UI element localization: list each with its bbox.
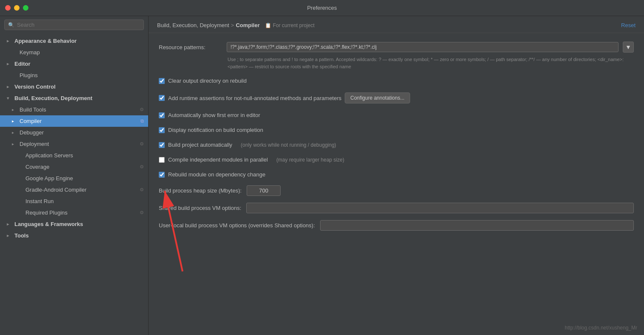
search-box[interactable]: 🔍	[4, 20, 144, 30]
main-layout: 🔍 ▸ Appearance & Behavior Keymap ▸ Edito…	[0, 16, 644, 335]
sidebar-item-label: Editor	[14, 61, 144, 67]
expand-arrow-tools: ▸	[7, 233, 13, 238]
watermark: http://blog.csdn.net/xusheng_Mr	[565, 325, 637, 331]
expand-arrow-languages: ▸	[7, 222, 13, 226]
breadcrumb: Build, Execution, Deployment > Compiler …	[157, 22, 315, 28]
compile-parallel-checkbox[interactable]	[159, 157, 165, 163]
sidebar-item-required-plugins[interactable]: Required Plugins ⚙	[0, 207, 148, 218]
resource-patterns-hint: Use ; to separate patterns and ! to nega…	[159, 56, 634, 70]
runtime-assertions-checkbox[interactable]	[159, 95, 165, 101]
sidebar-item-coverage[interactable]: Coverage ⚙	[0, 161, 148, 173]
expand-arrow-build-tools: ▸	[12, 107, 18, 112]
search-input[interactable]	[17, 22, 140, 28]
checkbox-show-error: Automatically show first error in editor	[159, 111, 634, 119]
display-notification-label[interactable]: Display notification on build completion	[168, 127, 263, 133]
sidebar-item-label: Required Plugins	[25, 209, 140, 216]
sidebar: 🔍 ▸ Appearance & Behavior Keymap ▸ Edito…	[0, 16, 149, 335]
clear-output-checkbox[interactable]	[159, 78, 165, 84]
window-controls	[5, 5, 28, 11]
project-note: 📋 For current project	[265, 22, 315, 28]
sidebar-item-deployment[interactable]: ▸ Deployment ⚙	[0, 138, 148, 150]
sidebar-item-label: Debugger	[20, 129, 144, 136]
sidebar-item-version-control[interactable]: ▸ Version Control	[0, 81, 148, 92]
sidebar-item-compiler[interactable]: ▸ Compiler ⧉	[0, 115, 148, 127]
breadcrumb-section: Build, Execution, Deployment	[157, 22, 229, 28]
compile-parallel-label[interactable]: Compile independent modules in parallel	[168, 156, 268, 163]
heap-size-row: Build process heap size (Mbytes):	[159, 185, 634, 196]
copy-icon: ⧉	[141, 118, 144, 124]
runtime-assertions-label[interactable]: Add runtime assertions for not-null-anno…	[168, 95, 341, 101]
rebuild-dependency-label[interactable]: Rebuild module on dependency change	[168, 171, 265, 178]
expand-arrow-build: ▾	[7, 96, 13, 100]
sidebar-item-plugins[interactable]: Plugins	[0, 70, 148, 81]
configure-annotations-button[interactable]: Configure annotations...	[345, 92, 410, 103]
content-body: Resource patterns: ▼ Use ; to separate p…	[149, 33, 644, 239]
checkbox-build-auto: Build project automatically (only works …	[159, 141, 634, 149]
sidebar-nav: ▸ Appearance & Behavior Keymap ▸ Editor …	[0, 34, 148, 335]
settings-icon-deployment: ⚙	[140, 141, 144, 147]
build-auto-checkbox[interactable]	[159, 142, 165, 148]
sidebar-item-gradle-android[interactable]: Gradle-Android Compiler ⚙	[0, 184, 148, 195]
sidebar-item-build-tools[interactable]: ▸ Build Tools ⚙	[0, 104, 148, 115]
sidebar-item-label: Build Tools	[20, 106, 140, 113]
sidebar-item-debugger[interactable]: ▸ Debugger	[0, 127, 148, 138]
sidebar-item-label: Google App Engine	[25, 175, 144, 181]
sidebar-item-appearance[interactable]: ▸ Appearance & Behavior	[0, 35, 148, 47]
reset-button[interactable]: Reset	[621, 22, 636, 28]
settings-icon-coverage: ⚙	[140, 164, 144, 170]
sidebar-item-label: Tools	[14, 232, 144, 239]
content-header: Build, Execution, Deployment > Compiler …	[149, 16, 644, 33]
heap-size-label: Build process heap size (Mbytes):	[159, 187, 242, 194]
expand-arrow-debugger: ▸	[12, 130, 18, 135]
project-note-icon: 📋	[265, 22, 271, 28]
sidebar-item-label: Languages & Frameworks	[14, 221, 144, 227]
maximize-button[interactable]	[23, 5, 28, 11]
expand-arrow-deployment: ▸	[12, 142, 18, 146]
user-local-vm-input[interactable]	[320, 220, 634, 231]
resource-patterns-row: Resource patterns: ▼	[159, 42, 634, 53]
close-button[interactable]	[5, 5, 11, 11]
sidebar-item-google-app-engine[interactable]: Google App Engine	[0, 173, 148, 184]
checkbox-display-notification: Display notification on build completion	[159, 126, 634, 134]
checkbox-compile-parallel: Compile independent modules in parallel …	[159, 156, 634, 164]
shared-vm-input[interactable]	[246, 203, 634, 213]
display-notification-checkbox[interactable]	[159, 127, 165, 133]
resource-patterns-browse-button[interactable]: ▼	[623, 42, 634, 53]
sidebar-item-build-exec[interactable]: ▾ Build, Execution, Deployment	[0, 92, 148, 104]
window-title: Preferences	[307, 5, 337, 11]
expand-arrow-editor: ▸	[7, 61, 13, 66]
minimize-button[interactable]	[14, 5, 20, 11]
settings-icon-gradle: ⚙	[140, 187, 144, 193]
sidebar-item-instant-run[interactable]: Instant Run	[0, 195, 148, 207]
sidebar-item-label: Keymap	[20, 49, 144, 56]
content-panel: Build, Execution, Deployment > Compiler …	[149, 16, 644, 335]
user-local-vm-label: User-local build process VM options (ove…	[159, 222, 315, 229]
sidebar-item-keymap[interactable]: Keymap	[0, 47, 148, 58]
sidebar-item-editor[interactable]: ▸ Editor	[0, 58, 148, 70]
build-auto-label[interactable]: Build project automatically	[168, 142, 232, 148]
sidebar-item-application-servers[interactable]: Application Servers	[0, 150, 148, 161]
sidebar-item-label: Coverage	[25, 164, 140, 170]
sidebar-item-label: Gradle-Android Compiler	[25, 187, 140, 193]
shared-vm-row: Shared build process VM options:	[159, 203, 634, 213]
checkbox-clear-output: Clear output directory on rebuild	[159, 77, 634, 85]
shared-vm-label: Shared build process VM options:	[159, 205, 241, 211]
sidebar-item-label: Application Servers	[25, 152, 144, 159]
rebuild-dependency-checkbox[interactable]	[159, 172, 165, 178]
heap-size-input[interactable]	[247, 185, 281, 196]
settings-icon: ⚙	[140, 107, 144, 112]
search-icon: 🔍	[8, 22, 14, 28]
sidebar-item-tools[interactable]: ▸ Tools	[0, 230, 148, 241]
clear-output-label[interactable]: Clear output directory on rebuild	[168, 78, 247, 84]
checkbox-rebuild-dependency: Rebuild module on dependency change	[159, 170, 634, 179]
settings-icon-req-plugins: ⚙	[140, 210, 144, 215]
resource-patterns-input[interactable]	[227, 42, 619, 52]
expand-arrow-compiler: ▸	[12, 119, 18, 123]
sidebar-item-languages[interactable]: ▸ Languages & Frameworks	[0, 218, 148, 230]
show-first-error-checkbox[interactable]	[159, 112, 165, 118]
breadcrumb-current: Compiler	[236, 22, 259, 28]
sidebar-item-label: Plugins	[20, 72, 144, 78]
sidebar-item-label: Appearance & Behavior	[14, 38, 144, 44]
user-local-vm-row: User-local build process VM options (ove…	[159, 220, 634, 231]
show-first-error-label[interactable]: Automatically show first error in editor	[168, 112, 260, 118]
